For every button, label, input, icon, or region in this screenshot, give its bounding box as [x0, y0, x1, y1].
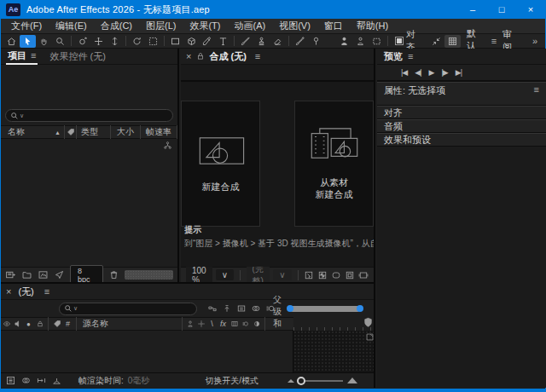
shape-cube-tool-icon[interactable] — [183, 35, 200, 48]
project-panel-menu-icon[interactable]: ≡ — [31, 50, 36, 61]
time-navigator-bar[interactable] — [290, 306, 360, 312]
zoom-in-icon[interactable] — [347, 378, 357, 383]
resolution-dropdown-icon[interactable]: ∨ — [273, 269, 291, 280]
draft-3d-icon[interactable] — [222, 303, 232, 314]
tab-composition[interactable]: 合成 (无) — [209, 50, 246, 63]
collapse-transformations-icon[interactable] — [195, 320, 206, 328]
navigator-end-handle[interactable] — [357, 305, 363, 312]
zoom-out-icon[interactable] — [288, 379, 294, 383]
label-tag-icon[interactable] — [65, 128, 76, 136]
hand-tool-icon[interactable] — [36, 35, 52, 48]
dolly-camera-tool-icon[interactable] — [107, 35, 123, 48]
time-ruler[interactable] — [293, 317, 374, 331]
solo-icon[interactable]: ● — [23, 320, 34, 328]
snap-checkbox[interactable] — [395, 37, 404, 45]
shrink-arrows-icon[interactable] — [428, 35, 444, 48]
timeline-panel-menu-icon[interactable]: ≡ — [44, 286, 49, 297]
next-frame-button[interactable]: |▶ — [441, 68, 447, 77]
project-settings-icon[interactable] — [54, 269, 65, 280]
tab-project[interactable]: 项目 ≡ — [6, 49, 38, 65]
mini-flowchart-icon[interactable] — [207, 303, 218, 314]
minimize-button[interactable]: – — [458, 0, 487, 19]
maximize-button[interactable]: □ — [487, 0, 516, 19]
quality-switch-icon[interactable]: \ — [206, 320, 218, 328]
menu-help[interactable]: 帮助(H) — [350, 19, 395, 33]
comp-marker-bin-icon[interactable] — [363, 317, 373, 330]
track-region-tool-icon[interactable] — [369, 35, 385, 48]
pan-camera-tool-icon[interactable] — [90, 35, 107, 48]
close-tab-icon[interactable]: × — [186, 51, 191, 61]
menu-composition[interactable]: 合成(C) — [94, 19, 139, 33]
label-tag-icon[interactable] — [51, 320, 62, 328]
comp-button-icon[interactable] — [365, 332, 375, 342]
properties-panel-header[interactable]: 属性: 无选择项 ≡ — [377, 82, 546, 106]
menu-effect[interactable]: 效果(T) — [183, 19, 227, 33]
zoom-tool-icon[interactable] — [52, 35, 68, 48]
rectangle-tool-icon[interactable] — [167, 35, 183, 48]
frame-blend-switch-icon[interactable] — [229, 320, 240, 328]
brush-tool-icon[interactable] — [237, 35, 253, 48]
in-out-duration-toggle-icon[interactable] — [36, 375, 47, 386]
new-composition-from-footage-button[interactable]: 从素材新建合成 — [294, 101, 374, 227]
column-frame-rate[interactable]: 帧速率 — [141, 126, 177, 138]
menu-animation[interactable]: 动画(A) — [228, 19, 273, 33]
eraser-tool-icon[interactable] — [270, 35, 286, 48]
layer-number-column[interactable]: # — [62, 320, 73, 328]
transfer-controls-toggle-icon[interactable] — [20, 375, 32, 386]
motion-blur-switch-icon[interactable] — [240, 320, 251, 328]
timeline-zoom-slider[interactable] — [288, 378, 357, 383]
first-frame-button[interactable]: |◀ — [401, 68, 407, 77]
source-name-column[interactable]: 源名称 — [79, 318, 180, 330]
clone-stamp-tool-icon[interactable] — [253, 35, 270, 48]
render-time-toggle-icon[interactable] — [51, 375, 62, 386]
play-button[interactable]: ▶ — [429, 68, 434, 77]
new-composition-button[interactable]: 新建合成 — [181, 101, 260, 227]
roto-brush-tool-icon[interactable] — [292, 35, 308, 48]
tab-effect-controls[interactable]: 效果控件 (无) — [49, 50, 105, 63]
puppet-pin-tool-icon[interactable] — [308, 35, 324, 48]
audio-panel-header[interactable]: 音频 — [377, 119, 546, 133]
last-frame-button[interactable]: ▶| — [456, 68, 462, 77]
project-search-input[interactable]: ∨ — [5, 109, 173, 122]
new-folder-icon[interactable] — [21, 269, 32, 280]
menu-view[interactable]: 视图(V) — [272, 19, 317, 33]
layer-list-area[interactable] — [1, 331, 293, 372]
interpret-footage-icon[interactable] — [5, 269, 16, 280]
selection-tool-icon[interactable] — [20, 35, 36, 48]
magnification-dropdown-icon[interactable]: ∨ — [216, 269, 234, 280]
toggle-switches-modes-button[interactable]: 切换开关/模式 — [205, 375, 258, 387]
zoom-slider-knob[interactable] — [297, 377, 305, 385]
properties-panel-menu-icon[interactable]: ≡ — [534, 84, 539, 103]
time-navigator[interactable] — [287, 305, 363, 313]
sort-ascending-icon[interactable]: ▲ — [55, 130, 61, 135]
audio-mute-icon[interactable] — [12, 320, 23, 328]
exposure-screen-icon[interactable] — [358, 270, 369, 280]
adjustment-layer-switch-icon[interactable] — [251, 320, 262, 328]
column-type[interactable]: 类型 — [77, 126, 110, 138]
previous-frame-button[interactable]: ◀| — [415, 68, 421, 77]
grid-toggle-icon[interactable] — [444, 35, 461, 48]
composition-panel-menu-icon[interactable]: ≡ — [255, 51, 260, 61]
rotation-tool-icon[interactable] — [129, 35, 145, 48]
frame-blend-icon[interactable] — [251, 303, 261, 314]
region-of-interest-icon[interactable] — [345, 270, 355, 280]
timeline-search-input[interactable]: ∨ — [59, 303, 197, 315]
person-solid-tool-icon[interactable] — [336, 35, 352, 48]
timeline-tab[interactable]: (无) — [18, 285, 33, 298]
pen-tool-icon[interactable] — [199, 35, 215, 48]
preview-panel-menu-icon[interactable]: ≡ — [408, 51, 413, 61]
grid-guides-options-icon[interactable] — [304, 270, 314, 280]
layer-switches-toggle-icon[interactable] — [5, 375, 16, 386]
timeline-close-tab-icon[interactable]: × — [6, 286, 11, 297]
video-visibility-icon[interactable] — [1, 320, 12, 328]
new-composition-icon[interactable] — [38, 269, 49, 280]
transparency-grid-icon[interactable] — [317, 270, 328, 280]
type-tool-icon[interactable] — [215, 35, 231, 48]
horizontal-scrollbar[interactable] — [125, 270, 173, 280]
home-tool-icon[interactable] — [3, 35, 20, 48]
menu-window[interactable]: 窗口 — [317, 19, 350, 33]
effects-switch-icon[interactable]: fx — [218, 320, 229, 328]
lock-viewer-icon[interactable] — [196, 52, 205, 61]
navigator-start-handle[interactable] — [287, 305, 293, 312]
workspace-overflow-icon[interactable]: » — [527, 36, 543, 46]
